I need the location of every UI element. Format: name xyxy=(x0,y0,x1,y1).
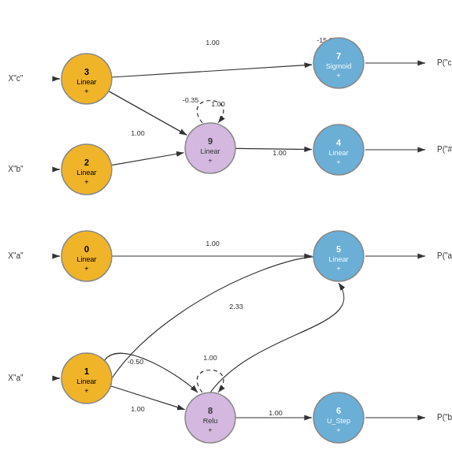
svg-text:Linear: Linear xyxy=(76,78,96,86)
input-xb: X"b" xyxy=(8,165,24,173)
svg-text:1.00: 1.00 xyxy=(203,354,217,362)
svg-text:X"b": X"b" xyxy=(8,165,24,173)
svg-text:+: + xyxy=(336,265,340,273)
output-pa: P("a") xyxy=(437,251,452,260)
svg-text:-0.35: -0.35 xyxy=(183,96,199,104)
svg-text:8: 8 xyxy=(208,406,213,415)
svg-text:3: 3 xyxy=(84,67,89,76)
svg-text:U_Step: U_Step xyxy=(327,417,350,425)
svg-text:1.00: 1.00 xyxy=(206,39,220,46)
svg-text:P("c"): P("c") xyxy=(437,58,452,67)
svg-text:+: + xyxy=(336,72,340,80)
output-pc: P("c") xyxy=(437,58,452,67)
input-xa2: X"a" xyxy=(8,251,24,260)
output-pb: P("b") xyxy=(437,413,452,422)
svg-text:1.00: 1.00 xyxy=(272,149,287,157)
svg-text:Relu: Relu xyxy=(203,417,218,425)
svg-line-2 xyxy=(112,65,312,77)
svg-line-6 xyxy=(112,153,184,165)
svg-text:+: + xyxy=(84,265,88,273)
svg-text:Linear: Linear xyxy=(76,377,96,385)
svg-text:P("a"): P("a") xyxy=(437,251,452,260)
output-ph: P("#") xyxy=(437,145,452,154)
svg-text:7: 7 xyxy=(336,51,341,61)
svg-text:P("#"): P("#") xyxy=(437,145,452,154)
node-0[interactable]: 0Linear+ xyxy=(61,231,112,281)
svg-text:1.00: 1.00 xyxy=(269,409,283,417)
svg-text:-0.50: -0.50 xyxy=(128,358,144,366)
svg-text:+: + xyxy=(336,158,340,166)
input-xa: X"a" xyxy=(8,374,24,382)
svg-text:5: 5 xyxy=(336,244,341,254)
node-9[interactable]: 9Linear+ xyxy=(185,123,235,173)
svg-text:1: 1 xyxy=(84,366,89,376)
svg-text:+: + xyxy=(84,87,88,95)
input-xc: X"c" xyxy=(9,74,24,83)
node-3[interactable]: 3Linear+ xyxy=(61,54,112,104)
svg-text:X"c": X"c" xyxy=(9,74,24,83)
svg-text:Sigmoid: Sigmoid xyxy=(326,62,352,70)
neural-network-diagram: 1.001.00-0.351.001.001.001.002.33-0.501.… xyxy=(0,0,452,476)
node-6[interactable]: 6U_Step+ xyxy=(313,392,364,443)
svg-text:+: + xyxy=(336,426,340,434)
node-5[interactable]: 5Linear+ xyxy=(313,231,364,281)
svg-text:P("b"): P("b") xyxy=(437,413,452,422)
svg-text:6: 6 xyxy=(336,406,341,415)
node-2[interactable]: 2Linear+ xyxy=(61,144,112,195)
svg-text:2.33: 2.33 xyxy=(229,303,243,311)
svg-text:+: + xyxy=(208,426,212,434)
svg-text:+: + xyxy=(208,157,212,165)
svg-text:1.00: 1.00 xyxy=(211,100,225,108)
svg-text:1.00: 1.00 xyxy=(131,129,145,137)
node-4[interactable]: 4Linear+ xyxy=(313,125,364,175)
svg-text:1.00: 1.00 xyxy=(131,405,145,413)
svg-text:X"a": X"a" xyxy=(8,251,24,260)
svg-text:1.00: 1.00 xyxy=(206,240,220,247)
svg-text:Linear: Linear xyxy=(76,169,96,177)
node-7[interactable]: 7Sigmoid+ xyxy=(313,38,364,88)
svg-text:4: 4 xyxy=(336,138,342,147)
svg-text:0: 0 xyxy=(84,244,89,254)
svg-text:2: 2 xyxy=(84,158,89,167)
svg-line-4 xyxy=(109,91,187,136)
svg-text:+: + xyxy=(84,178,88,186)
node-8[interactable]: 8Relu+ xyxy=(185,392,235,443)
svg-line-13 xyxy=(110,386,184,410)
svg-text:Linear: Linear xyxy=(76,255,96,263)
svg-text:X"a": X"a" xyxy=(8,374,24,382)
svg-text:9: 9 xyxy=(208,136,213,146)
svg-text:Linear: Linear xyxy=(200,147,220,155)
svg-text:Linear: Linear xyxy=(328,149,348,157)
node-1[interactable]: 1Linear+ xyxy=(61,353,112,403)
svg-text:+: + xyxy=(84,387,88,395)
svg-text:Linear: Linear xyxy=(328,255,348,263)
